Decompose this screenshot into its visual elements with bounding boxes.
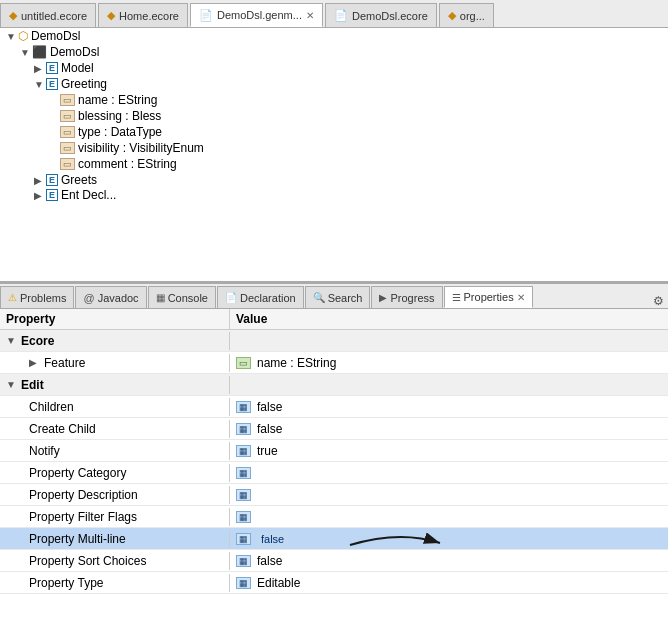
prop-row-sort-choices[interactable]: Property Sort Choices ▦ false <box>0 550 668 572</box>
prop-category-value: ▦ <box>230 465 668 481</box>
tab-label-4: org... <box>460 10 485 22</box>
attr-icon: ▭ <box>60 94 75 106</box>
panel-toolbar: ⚙ <box>651 294 668 308</box>
tab-console[interactable]: ▦ Console <box>148 286 216 308</box>
tab-search[interactable]: 🔍 Search <box>305 286 371 308</box>
expand-arrow: ▼ <box>34 79 44 90</box>
tree-item-comment[interactable]: ▭ comment : EString <box>0 156 668 172</box>
spacer <box>48 159 58 170</box>
prop-feature-label: ▶ Feature <box>0 354 230 372</box>
prop-children-value: ▦ false <box>230 398 668 416</box>
tab-problems[interactable]: ⚠ Problems <box>0 286 74 308</box>
spacer <box>48 143 58 154</box>
spacer <box>48 95 58 106</box>
gear-icon[interactable]: ⚙ <box>653 294 664 308</box>
prop-row-create-child[interactable]: Create Child ▦ false <box>0 418 668 440</box>
properties-icon: ☰ <box>452 292 461 303</box>
properties-close-icon[interactable]: ✕ <box>517 292 525 303</box>
tab-org[interactable]: ◆ org... <box>439 3 494 27</box>
spacer <box>48 111 58 122</box>
tree-item-blessing[interactable]: ▭ blessing : Bless <box>0 108 668 124</box>
tab-icon-2: 📄 <box>199 9 213 22</box>
attr-icon: ▭ <box>60 142 75 154</box>
prop-filter-flags-label: Property Filter Flags <box>0 508 230 526</box>
tab-properties[interactable]: ☰ Properties ✕ <box>444 286 533 308</box>
prop-row-feature[interactable]: ▶ Feature ▭ name : EString <box>0 352 668 374</box>
section-ecore-value <box>230 339 668 343</box>
prop-row-property-type[interactable]: Property Type ▦ Editable <box>0 572 668 594</box>
prop-description-label: Property Description <box>0 486 230 504</box>
tree-item-greets[interactable]: ▶ E Greets <box>0 172 668 188</box>
tab-declaration[interactable]: 📄 Declaration <box>217 286 304 308</box>
section-edit[interactable]: ▼ Edit <box>0 374 668 396</box>
tab-demodsl-genm[interactable]: 📄 DemoDsl.genm... ✕ <box>190 3 323 27</box>
prop-row-filter-flags[interactable]: Property Filter Flags ▦ <box>0 506 668 528</box>
prop-type-label: Property Type <box>0 574 230 592</box>
type-label: Property Type <box>29 576 103 590</box>
feature-value-text: name : EString <box>257 356 336 370</box>
attr-icon: ▭ <box>60 126 75 138</box>
prop-row-multi-line[interactable]: Property Multi-line ▦ false <box>0 528 668 550</box>
eclass-icon: E <box>46 62 58 74</box>
expand-arrow: ▼ <box>6 31 16 42</box>
prop-create-child-label: Create Child <box>0 420 230 438</box>
tree-label: Ent Decl... <box>61 188 116 202</box>
prop-row-description[interactable]: Property Description ▦ <box>0 484 668 506</box>
prop-sort-choices-value: ▦ false <box>230 552 668 570</box>
prop-row-category[interactable]: Property Category ▦ <box>0 462 668 484</box>
tree-item-visibility[interactable]: ▭ visibility : VisibilityEnum <box>0 140 668 156</box>
description-value-icon: ▦ <box>236 489 251 501</box>
tree-item-greeting[interactable]: ▼ E Greeting <box>0 76 668 92</box>
multi-line-value: false <box>257 532 288 546</box>
properties-panel: Property Value ▼ Ecore ▶ Feature <box>0 309 668 631</box>
notify-value: true <box>257 444 278 458</box>
tree-item-demodsl-top[interactable]: ▼ ⬡ DemoDsl <box>0 28 668 44</box>
prop-row-children[interactable]: Children ▦ false <box>0 396 668 418</box>
sort-choices-value-icon: ▦ <box>236 555 251 567</box>
tree-item-demodsl-pkg[interactable]: ▼ ⬛ DemoDsl <box>0 44 668 60</box>
children-value-icon: ▦ <box>236 401 251 413</box>
tab-icon-0: ◆ <box>9 9 17 22</box>
tab-untitled-ecore[interactable]: ◆ untitled.ecore <box>0 3 96 27</box>
tab-javadoc[interactable]: @ Javadoc <box>75 286 146 308</box>
tab-icon-1: ◆ <box>107 9 115 22</box>
btab-label-search: Search <box>328 292 363 304</box>
tab-label-0: untitled.ecore <box>21 10 87 22</box>
create-child-value: false <box>257 422 282 436</box>
tab-close-2[interactable]: ✕ <box>306 10 314 21</box>
children-value: false <box>257 400 282 414</box>
prop-description-value: ▦ <box>230 487 668 503</box>
tab-progress[interactable]: ▶ Progress <box>371 286 442 308</box>
prop-multi-line-value: ▦ false <box>230 530 668 548</box>
expand-arrow: ▶ <box>34 63 44 74</box>
section-ecore[interactable]: ▼ Ecore <box>0 330 668 352</box>
section-edit-value <box>230 383 668 387</box>
section-expand-arrow: ▼ <box>6 379 18 390</box>
feature-expand-arrow: ▶ <box>29 357 41 368</box>
category-label: Property Category <box>29 466 126 480</box>
tree-label: DemoDsl <box>31 29 80 43</box>
category-value-icon: ▦ <box>236 467 251 479</box>
multi-line-value-icon: ▦ <box>236 533 251 545</box>
tree-item-model[interactable]: ▶ E Model <box>0 60 668 76</box>
prop-children-label: Children <box>0 398 230 416</box>
filter-flags-value-icon: ▦ <box>236 511 251 523</box>
tree-label: blessing : Bless <box>78 109 161 123</box>
btab-label-properties: Properties <box>464 291 514 303</box>
eclass-icon: E <box>46 189 58 201</box>
prop-create-child-value: ▦ false <box>230 420 668 438</box>
tab-home-ecore[interactable]: ◆ Home.ecore <box>98 3 188 27</box>
description-label: Property Description <box>29 488 138 502</box>
console-icon: ▦ <box>156 292 165 303</box>
prop-filter-flags-value: ▦ <box>230 509 668 525</box>
tree-item-partial[interactable]: ▶ E Ent Decl... <box>0 188 668 202</box>
sort-choices-value: false <box>257 554 282 568</box>
tab-label-1: Home.ecore <box>119 10 179 22</box>
purple-pkg-icon: ⬛ <box>32 45 47 59</box>
tree-label: DemoDsl <box>50 45 99 59</box>
tab-demodsl-ecore[interactable]: 📄 DemoDsl.ecore <box>325 3 437 27</box>
tree-item-name[interactable]: ▭ name : EString <box>0 92 668 108</box>
prop-row-notify[interactable]: Notify ▦ true <box>0 440 668 462</box>
expand-arrow: ▶ <box>34 190 44 201</box>
tree-item-type[interactable]: ▭ type : DataType <box>0 124 668 140</box>
